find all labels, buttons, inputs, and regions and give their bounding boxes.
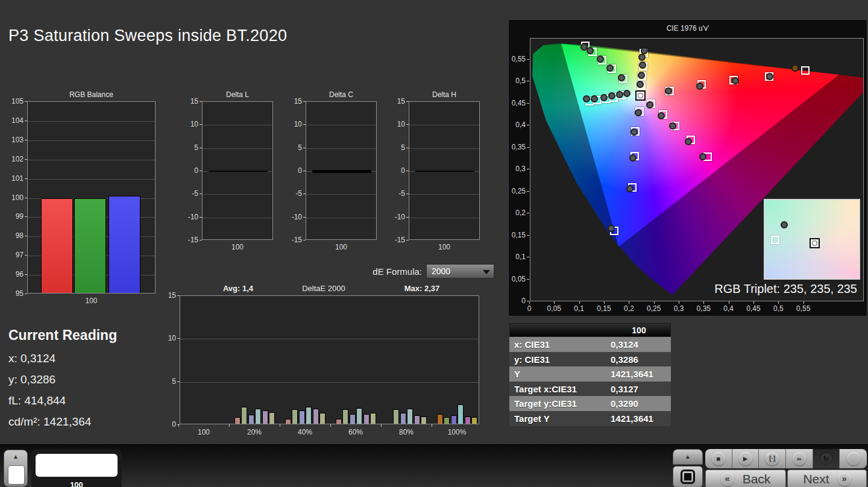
gridline <box>409 218 479 218</box>
cie-x-tick-label: 0 <box>527 304 532 313</box>
measurement-table: 100 x: CIE31 0,3124 y: CIE31 0,3286 Y 14… <box>509 323 671 426</box>
row-label: Target x:CIE31 <box>514 384 577 394</box>
cie-y-tick <box>527 279 529 280</box>
cie-measured-dot-blue <box>626 185 634 192</box>
single-measure-icon: [·] <box>766 452 779 465</box>
deltae-bar <box>299 410 305 424</box>
cie-measured-dot-magenta <box>699 153 706 160</box>
cie-measured-dot-red <box>696 83 703 90</box>
cie-x-tick <box>554 301 555 304</box>
deltae-group-label: 100% <box>448 428 467 436</box>
deltae-bar <box>248 415 254 424</box>
y-tick-label: -5 <box>283 189 302 198</box>
tick-mark <box>303 171 306 171</box>
deltae-bar <box>342 409 348 424</box>
delta-h-zero-bar <box>415 171 474 172</box>
empty-button[interactable] <box>840 449 867 468</box>
cie-measured-dot-blue <box>635 109 642 116</box>
y-tick-label: -10 <box>179 213 198 221</box>
inset-measured-dot <box>781 221 788 228</box>
y-tick-label: 0 <box>179 166 198 175</box>
deltae-bar <box>407 409 413 424</box>
y-tick-label: 5 <box>386 143 405 152</box>
tick-mark <box>406 217 409 218</box>
tick-mark <box>406 124 409 125</box>
deltae-bar <box>313 409 319 424</box>
deltae-bar <box>465 416 471 424</box>
continuous-measure-button[interactable]: ∞ <box>786 449 813 468</box>
cie-y-tick-label: 0 <box>502 297 526 305</box>
cie-y-tick <box>527 301 529 301</box>
de-formula-dropdown[interactable]: 2000 <box>426 264 494 278</box>
cie-measured-dot-green <box>606 64 614 72</box>
y-tick-label: -5 <box>179 189 198 198</box>
cie-y-tick <box>527 213 529 213</box>
tick-mark <box>280 424 280 427</box>
deltae-bar <box>444 417 450 424</box>
row-value: 0,3127 <box>611 384 638 394</box>
y-tick-label: 105 <box>4 97 24 105</box>
delta-c-plot <box>306 101 377 240</box>
continuous-measure-icon: ∞ <box>793 452 806 465</box>
cie-y-tick-label: 0,15 <box>502 231 526 239</box>
deltae-max-label: Max: 2,37 <box>404 284 440 293</box>
cie-y-tick-label: 0,35 <box>502 143 526 151</box>
y-tick-label: -15 <box>386 236 405 244</box>
tick-mark <box>303 240 306 240</box>
tick-mark <box>406 193 409 194</box>
tick-mark <box>200 217 202 218</box>
cie-x-tick-label: 0,25 <box>647 304 661 313</box>
cie-x-tick-label: 0,2 <box>624 304 634 313</box>
chevron-right-icon: » <box>838 473 851 486</box>
x-axis-label: 100 <box>335 243 347 251</box>
back-button[interactable]: « Back <box>705 470 786 487</box>
play-icon: ▶ <box>739 452 752 465</box>
single-measure-button[interactable]: [·] <box>759 449 786 468</box>
tick-mark <box>200 171 202 171</box>
y-tick-label: 15 <box>162 291 176 300</box>
calibration-app-window: P3 Saturation Sweeps inside BT.2020 dE F… <box>0 0 868 487</box>
pattern-window-raise-button[interactable]: ▲ <box>673 449 703 465</box>
delta-h-plot <box>409 101 480 240</box>
deltae-bar <box>262 410 268 424</box>
tick-mark <box>200 101 202 102</box>
y-tick-label: 98 <box>4 231 24 240</box>
next-button[interactable]: Next » <box>787 470 867 487</box>
deltae-title: DeltaE 2000 <box>302 284 345 293</box>
gridline <box>306 125 376 125</box>
play-button[interactable]: ▶ <box>732 449 760 468</box>
tick-mark <box>25 121 27 121</box>
page-title: P3 Saturation Sweeps inside BT.2020 <box>8 27 287 45</box>
y-tick-label: -10 <box>386 213 405 221</box>
gridline <box>28 140 155 141</box>
gridline <box>306 194 376 195</box>
chevron-left-icon: « <box>721 473 734 486</box>
pattern-window-button[interactable] <box>673 466 703 487</box>
tick-mark <box>200 240 202 240</box>
cie-x-tick <box>703 301 704 304</box>
tick-mark <box>381 424 382 427</box>
refresh-button[interactable]: ↻ <box>813 449 840 468</box>
refresh-icon: ↻ <box>820 452 833 465</box>
row-value: 0,3286 <box>611 354 638 365</box>
deltae-bar <box>451 415 457 424</box>
tick-mark <box>303 124 306 125</box>
tick-mark <box>177 338 180 339</box>
rgb-balance-bar-green <box>74 198 106 294</box>
current-reading-fl: fL: 414,844 <box>8 394 66 407</box>
pattern-preview-swatch[interactable] <box>36 454 118 477</box>
row-label: Target Y <box>514 413 550 424</box>
gridline <box>203 148 272 149</box>
y-tick-label: 102 <box>4 155 24 163</box>
tick-mark <box>303 148 306 148</box>
cie-measured-dot-cyan <box>600 94 608 101</box>
tick-mark <box>303 193 306 194</box>
gridline <box>409 148 479 149</box>
cie-y-tick-label: 0,4 <box>502 121 526 129</box>
cie-x-tick-label: 0,45 <box>746 304 760 313</box>
pattern-source-button[interactable]: ▲ <box>4 450 28 487</box>
tick-mark <box>177 382 180 382</box>
next-button-label: Next <box>803 472 829 486</box>
stop-button[interactable]: ■ <box>705 449 732 468</box>
de-formula-value: 2000 <box>432 266 450 276</box>
